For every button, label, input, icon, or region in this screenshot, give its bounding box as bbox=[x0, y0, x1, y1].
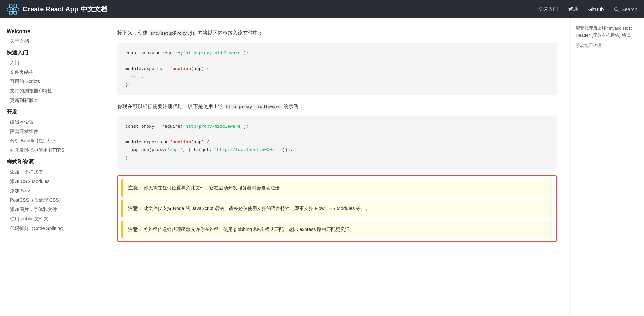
code2-line-3: module.exports = function(app) { bbox=[125, 138, 549, 146]
sidebar-item-intro[interactable]: 入门 bbox=[0, 58, 104, 68]
search-button[interactable]: Search bbox=[614, 6, 637, 12]
sidebar-item-assets[interactable]: 添加图片，字体和文件 bbox=[0, 205, 104, 214]
register-code: http-proxy-middleware bbox=[224, 104, 282, 110]
svg-point-4 bbox=[615, 7, 618, 10]
code-line-2 bbox=[125, 57, 549, 65]
main-content: 接下来，创建 src/setupProxy.js 并将以下内容放入该文件中： c… bbox=[104, 18, 570, 316]
note-box-3: 注意： 将路径传递给代理函数允许你在路径上使用 globbing 和/或 模式匹… bbox=[121, 221, 553, 238]
header-nav: 快速入门 帮助 GitHub Search bbox=[538, 6, 637, 12]
code-line-1: const proxy = require('http-proxy-middle… bbox=[125, 49, 549, 57]
code-line-4: // ... bbox=[125, 73, 549, 80]
page-layout: Welcome 关于文档 快速入门 入门 文件夹结构 可用的 Scripts 支… bbox=[0, 18, 644, 316]
right-sidebar-link-2[interactable]: 手动配置代理 bbox=[576, 42, 639, 49]
sidebar-item-public[interactable]: 使用 public 文件夹 bbox=[0, 214, 104, 224]
react-logo-icon bbox=[7, 3, 19, 16]
svg-point-0 bbox=[12, 8, 14, 11]
nav-github[interactable]: GitHub bbox=[588, 6, 604, 12]
intro-text-before: 接下来，创建 bbox=[117, 30, 149, 36]
code-line-3: module.exports = function(app) { bbox=[125, 65, 549, 73]
note-3-text: 将路径传递给代理函数允许你在路径上使用 globbing 和/或 模式匹配，这比… bbox=[144, 227, 355, 232]
header-title: Create React App 中文文档 bbox=[23, 5, 107, 14]
note-box-1: 注意： 你无需在任何位置导入此文件。它在启动开发服务器时会自动注册。 bbox=[121, 179, 553, 197]
sidebar-item-sass[interactable]: 添加 Sass bbox=[0, 186, 104, 196]
nav-help[interactable]: 帮助 bbox=[568, 6, 578, 12]
sidebar-item-update[interactable]: 更新到新版本 bbox=[0, 96, 104, 105]
svg-line-5 bbox=[618, 10, 619, 12]
note-1-label: 注意： bbox=[128, 185, 142, 190]
sidebar-section-styles: 样式和资源 bbox=[0, 155, 104, 168]
register-paragraph: 你现在可以根据需要注册代理！以下是使用上述 http-proxy-middlew… bbox=[117, 102, 557, 111]
intro-text-after: 并将以下内容放入该文件中： bbox=[196, 30, 263, 36]
header-logo: Create React App 中文文档 bbox=[7, 3, 107, 16]
sidebar-section-quickstart: 快速入门 bbox=[0, 46, 104, 58]
sidebar-item-editor[interactable]: 编辑器设置 bbox=[0, 118, 104, 127]
sidebar-item-browsers[interactable]: 支持的浏览器和特性 bbox=[0, 86, 104, 96]
note-2-label: 注意： bbox=[128, 206, 142, 211]
sidebar-item-postcss[interactable]: PostCSS（后处理 CSS） bbox=[0, 196, 104, 205]
search-label: Search bbox=[621, 6, 637, 12]
sidebar-item-stylesheet[interactable]: 添加一个样式表 bbox=[0, 168, 104, 177]
code-block-1: const proxy = require('http-proxy-middle… bbox=[117, 43, 557, 95]
sidebar-item-folder-structure[interactable]: 文件夹结构 bbox=[0, 68, 104, 77]
code-block-2: const proxy = require('http-proxy-middle… bbox=[117, 116, 557, 169]
right-sidebar: 配置代理后出现 "Invalid Host Header"(无效主机标头) 错误… bbox=[570, 18, 644, 316]
code2-line-1: const proxy = require('http-proxy-middle… bbox=[125, 123, 549, 130]
sidebar-section-dev: 开发 bbox=[0, 105, 104, 118]
sidebar: Welcome 关于文档 快速入门 入门 文件夹结构 可用的 Scripts 支… bbox=[0, 18, 104, 316]
code2-line-4: app.use(proxy('/api', { target: 'http://… bbox=[125, 146, 549, 154]
sidebar-section-welcome: Welcome bbox=[0, 25, 104, 37]
sidebar-item-css-modules[interactable]: 添加 CSS Modules bbox=[0, 177, 104, 186]
code-line-5: }; bbox=[125, 81, 549, 88]
code2-line-5: }; bbox=[125, 154, 549, 162]
intro-code-file: src/setupProxy.js bbox=[149, 30, 196, 36]
note-box-2: 注意： 此文件仅支持 Node 的 JavaScript 语法。请务必仅使用支持… bbox=[121, 200, 553, 217]
right-sidebar-link-1[interactable]: 配置代理后出现 "Invalid Host Header"(无效主机标头) 错误 bbox=[576, 25, 639, 38]
nav-quick-start[interactable]: 快速入门 bbox=[538, 6, 558, 12]
register-text-after: 的示例： bbox=[282, 103, 304, 109]
sidebar-item-code-splitting[interactable]: 代码拆分（Code Splitting） bbox=[0, 224, 104, 233]
sidebar-item-https[interactable]: 在开发环境中使用 HTTPS bbox=[0, 146, 104, 155]
notes-wrapper: 注意： 你无需在任何位置导入此文件。它在启动开发服务器时会自动注册。 注意： 此… bbox=[117, 175, 557, 242]
sidebar-item-bundle-size[interactable]: 分析 Bundle (包) 大小 bbox=[0, 136, 104, 146]
sidebar-item-scripts[interactable]: 可用的 Scripts bbox=[0, 77, 104, 86]
note-2-text: 此文件仅支持 Node 的 JavaScript 语法。请务必仅使用支持的语言特… bbox=[144, 206, 370, 211]
code2-line-2 bbox=[125, 131, 549, 138]
search-icon bbox=[614, 7, 619, 12]
note-3-label: 注意： bbox=[128, 227, 142, 232]
register-text-before: 你现在可以根据需要注册代理！以下是使用上述 bbox=[117, 103, 224, 109]
intro-paragraph: 接下来，创建 src/setupProxy.js 并将以下内容放入该文件中： bbox=[117, 28, 557, 37]
sidebar-item-about-docs[interactable]: 关于文档 bbox=[0, 37, 104, 46]
header: Create React App 中文文档 快速入门 帮助 GitHub Sea… bbox=[0, 0, 644, 18]
note-1-text: 你无需在任何位置导入此文件。它在启动开发服务器时会自动注册。 bbox=[144, 185, 284, 190]
sidebar-item-isolate[interactable]: 隔离开发组件 bbox=[0, 127, 104, 136]
